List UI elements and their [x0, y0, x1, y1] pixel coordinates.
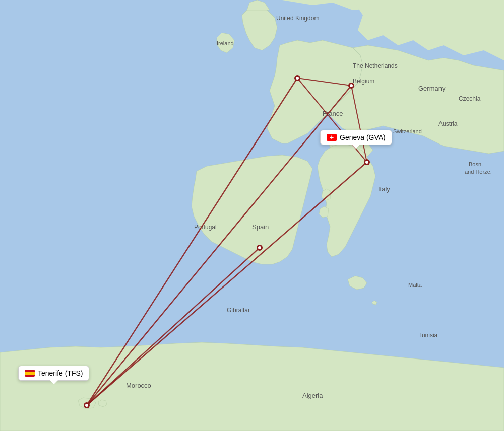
geneva-tooltip: Geneva (GVA) [320, 130, 392, 145]
svg-point-32 [258, 246, 261, 249]
tenerife-label: Tenerife (TFS) [38, 369, 83, 377]
switzerland-flag-icon [327, 134, 337, 141]
svg-text:Spain: Spain [252, 223, 269, 231]
svg-text:Portugal: Portugal [194, 224, 217, 231]
svg-text:Switzerland: Switzerland [393, 128, 422, 134]
svg-point-36 [85, 404, 88, 407]
svg-text:United Kingdom: United Kingdom [276, 15, 319, 22]
svg-text:Belgium: Belgium [353, 78, 374, 85]
svg-text:Bosn.: Bosn. [469, 161, 483, 167]
map-container: United Kingdom Ireland The Netherlands B… [0, 0, 504, 431]
svg-text:Morocco: Morocco [126, 382, 151, 389]
svg-text:Gibraltar: Gibraltar [227, 307, 250, 314]
svg-text:Italy: Italy [378, 185, 390, 193]
tenerife-tooltip: Tenerife (TFS) [18, 366, 89, 381]
svg-text:Austria: Austria [438, 120, 458, 127]
svg-text:Czechia: Czechia [459, 95, 481, 102]
svg-point-28 [296, 77, 299, 80]
svg-text:The Netherlands: The Netherlands [353, 62, 398, 69]
svg-text:Algeria: Algeria [302, 392, 323, 399]
svg-text:and Herze.: and Herze. [465, 169, 492, 175]
svg-text:Malta: Malta [408, 282, 422, 288]
svg-point-34 [365, 161, 368, 164]
svg-point-30 [350, 84, 353, 87]
svg-text:Germany: Germany [418, 85, 446, 92]
spain-flag-icon [25, 370, 35, 377]
geneva-label: Geneva (GVA) [340, 133, 386, 141]
svg-text:Tunisia: Tunisia [418, 332, 438, 339]
svg-text:Ireland: Ireland [217, 40, 234, 46]
